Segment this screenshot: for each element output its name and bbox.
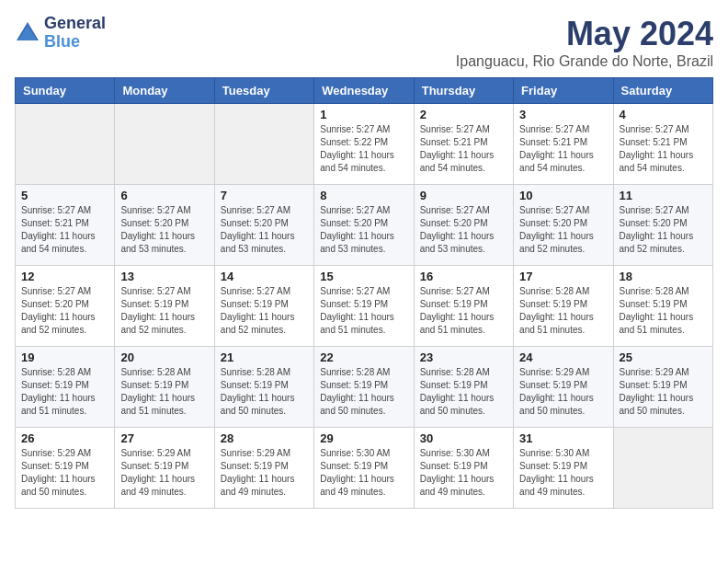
day-detail: Sunrise: 5:28 AMSunset: 5:19 PMDaylight:… <box>221 367 295 416</box>
calendar-week-2: 5Sunrise: 5:27 AMSunset: 5:21 PMDaylight… <box>16 185 713 266</box>
day-number: 4 <box>620 108 707 121</box>
calendar-cell: 2Sunrise: 5:27 AMSunset: 5:21 PMDaylight… <box>414 104 513 185</box>
calendar-cell: 29Sunrise: 5:30 AMSunset: 5:19 PMDayligh… <box>314 428 414 509</box>
calendar-week-3: 12Sunrise: 5:27 AMSunset: 5:20 PMDayligh… <box>16 266 713 347</box>
day-number: 17 <box>519 270 607 283</box>
calendar-cell: 20Sunrise: 5:28 AMSunset: 5:19 PMDayligh… <box>115 347 214 428</box>
logo: General Blue <box>15 15 106 52</box>
day-detail: Sunrise: 5:28 AMSunset: 5:19 PMDaylight:… <box>519 286 594 335</box>
day-number: 3 <box>519 108 607 121</box>
calendar-cell: 21Sunrise: 5:28 AMSunset: 5:19 PMDayligh… <box>214 347 313 428</box>
calendar-cell: 19Sunrise: 5:28 AMSunset: 5:19 PMDayligh… <box>16 347 115 428</box>
calendar-cell: 10Sunrise: 5:27 AMSunset: 5:20 PMDayligh… <box>514 185 613 266</box>
day-detail: Sunrise: 5:27 AMSunset: 5:19 PMDaylight:… <box>320 286 394 335</box>
day-detail: Sunrise: 5:30 AMSunset: 5:19 PMDaylight:… <box>320 448 394 497</box>
day-number: 6 <box>120 189 208 202</box>
day-number: 13 <box>120 270 208 283</box>
day-number: 19 <box>21 350 108 364</box>
day-detail: Sunrise: 5:27 AMSunset: 5:19 PMDaylight:… <box>120 286 195 335</box>
calendar-cell: 4Sunrise: 5:27 AMSunset: 5:21 PMDaylight… <box>613 104 712 185</box>
day-detail: Sunrise: 5:29 AMSunset: 5:19 PMDaylight:… <box>519 367 594 416</box>
logo-general-text: General <box>44 15 106 33</box>
day-header-sunday: Sunday <box>16 78 115 104</box>
location-title: Ipanguacu, Rio Grande do Norte, Brazil <box>456 53 713 70</box>
day-number: 11 <box>620 189 707 202</box>
day-detail: Sunrise: 5:28 AMSunset: 5:19 PMDaylight:… <box>21 367 96 416</box>
day-detail: Sunrise: 5:27 AMSunset: 5:20 PMDaylight:… <box>21 286 96 335</box>
day-detail: Sunrise: 5:29 AMSunset: 5:19 PMDaylight:… <box>620 367 694 416</box>
day-number: 26 <box>21 431 108 445</box>
day-detail: Sunrise: 5:27 AMSunset: 5:20 PMDaylight:… <box>221 205 295 254</box>
calendar-cell <box>613 428 712 509</box>
day-detail: Sunrise: 5:27 AMSunset: 5:21 PMDaylight:… <box>420 124 495 173</box>
day-detail: Sunrise: 5:28 AMSunset: 5:19 PMDaylight:… <box>320 367 394 416</box>
title-area: May 2024 Ipanguacu, Rio Grande do Norte,… <box>456 15 713 70</box>
day-number: 30 <box>420 431 507 445</box>
day-detail: Sunrise: 5:27 AMSunset: 5:19 PMDaylight:… <box>420 286 495 335</box>
day-header-thursday: Thursday <box>414 78 513 104</box>
calendar-cell: 22Sunrise: 5:28 AMSunset: 5:19 PMDayligh… <box>314 347 414 428</box>
day-detail: Sunrise: 5:27 AMSunset: 5:20 PMDaylight:… <box>120 205 195 254</box>
calendar-cell: 6Sunrise: 5:27 AMSunset: 5:20 PMDaylight… <box>115 185 214 266</box>
day-detail: Sunrise: 5:27 AMSunset: 5:22 PMDaylight:… <box>320 124 394 173</box>
calendar-cell: 18Sunrise: 5:28 AMSunset: 5:19 PMDayligh… <box>613 266 712 347</box>
day-number: 12 <box>21 270 108 283</box>
day-number: 25 <box>620 350 707 364</box>
day-detail: Sunrise: 5:27 AMSunset: 5:21 PMDaylight:… <box>519 124 594 173</box>
day-number: 15 <box>320 270 407 283</box>
day-detail: Sunrise: 5:29 AMSunset: 5:19 PMDaylight:… <box>221 448 295 497</box>
calendar-cell: 31Sunrise: 5:30 AMSunset: 5:19 PMDayligh… <box>514 428 613 509</box>
day-number: 7 <box>221 189 308 202</box>
day-header-saturday: Saturday <box>613 78 712 104</box>
day-detail: Sunrise: 5:28 AMSunset: 5:19 PMDaylight:… <box>420 367 495 416</box>
calendar-cell: 26Sunrise: 5:29 AMSunset: 5:19 PMDayligh… <box>16 428 115 509</box>
day-detail: Sunrise: 5:27 AMSunset: 5:20 PMDaylight:… <box>420 205 495 254</box>
day-header-tuesday: Tuesday <box>214 78 313 104</box>
day-detail: Sunrise: 5:27 AMSunset: 5:21 PMDaylight:… <box>620 124 694 173</box>
day-number: 21 <box>221 350 308 364</box>
day-detail: Sunrise: 5:29 AMSunset: 5:19 PMDaylight:… <box>21 448 96 497</box>
day-detail: Sunrise: 5:27 AMSunset: 5:21 PMDaylight:… <box>21 205 96 254</box>
day-number: 14 <box>221 270 308 283</box>
calendar-cell: 11Sunrise: 5:27 AMSunset: 5:20 PMDayligh… <box>613 185 712 266</box>
calendar-cell: 13Sunrise: 5:27 AMSunset: 5:19 PMDayligh… <box>115 266 214 347</box>
day-number: 28 <box>221 431 308 445</box>
calendar-week-5: 26Sunrise: 5:29 AMSunset: 5:19 PMDayligh… <box>16 428 713 509</box>
day-detail: Sunrise: 5:27 AMSunset: 5:20 PMDaylight:… <box>320 205 394 254</box>
logo-blue-text: Blue <box>44 33 106 52</box>
day-detail: Sunrise: 5:27 AMSunset: 5:19 PMDaylight:… <box>221 286 295 335</box>
calendar-week-1: 1Sunrise: 5:27 AMSunset: 5:22 PMDaylight… <box>16 104 713 185</box>
calendar-cell: 23Sunrise: 5:28 AMSunset: 5:19 PMDayligh… <box>414 347 513 428</box>
day-number: 9 <box>420 189 507 202</box>
calendar-table: SundayMondayTuesdayWednesdayThursdayFrid… <box>15 77 713 509</box>
day-number: 24 <box>519 350 607 364</box>
logo-text: General Blue <box>44 15 106 52</box>
day-number: 18 <box>620 270 707 283</box>
calendar-cell: 9Sunrise: 5:27 AMSunset: 5:20 PMDaylight… <box>414 185 513 266</box>
calendar-cell: 17Sunrise: 5:28 AMSunset: 5:19 PMDayligh… <box>514 266 613 347</box>
calendar-cell <box>16 104 115 185</box>
calendar-week-4: 19Sunrise: 5:28 AMSunset: 5:19 PMDayligh… <box>16 347 713 428</box>
day-number: 23 <box>420 350 507 364</box>
day-number: 5 <box>21 189 108 202</box>
calendar-cell: 8Sunrise: 5:27 AMSunset: 5:20 PMDaylight… <box>314 185 414 266</box>
calendar-cell: 3Sunrise: 5:27 AMSunset: 5:21 PMDaylight… <box>514 104 613 185</box>
calendar-header: SundayMondayTuesdayWednesdayThursdayFrid… <box>16 78 713 104</box>
day-detail: Sunrise: 5:28 AMSunset: 5:19 PMDaylight:… <box>120 367 195 416</box>
calendar-cell <box>214 104 313 185</box>
day-number: 2 <box>420 108 507 121</box>
day-detail: Sunrise: 5:30 AMSunset: 5:19 PMDaylight:… <box>519 448 594 497</box>
day-detail: Sunrise: 5:30 AMSunset: 5:19 PMDaylight:… <box>420 448 495 497</box>
day-number: 20 <box>120 350 208 364</box>
calendar-cell: 28Sunrise: 5:29 AMSunset: 5:19 PMDayligh… <box>214 428 313 509</box>
calendar-cell: 5Sunrise: 5:27 AMSunset: 5:21 PMDaylight… <box>16 185 115 266</box>
calendar-cell: 24Sunrise: 5:29 AMSunset: 5:19 PMDayligh… <box>514 347 613 428</box>
day-number: 16 <box>420 270 507 283</box>
calendar-body: 1Sunrise: 5:27 AMSunset: 5:22 PMDaylight… <box>16 104 713 509</box>
logo-icon <box>15 20 40 46</box>
calendar-cell: 16Sunrise: 5:27 AMSunset: 5:19 PMDayligh… <box>414 266 513 347</box>
calendar-cell: 15Sunrise: 5:27 AMSunset: 5:19 PMDayligh… <box>314 266 414 347</box>
day-number: 31 <box>519 431 607 445</box>
calendar-cell: 1Sunrise: 5:27 AMSunset: 5:22 PMDaylight… <box>314 104 414 185</box>
month-title: May 2024 <box>456 15 713 53</box>
